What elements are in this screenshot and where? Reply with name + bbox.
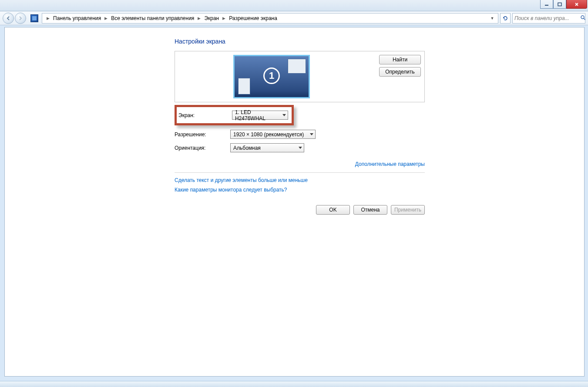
breadcrumb-item[interactable]: Разрешение экрана <box>228 15 278 21</box>
breadcrumb-dropdown-icon[interactable]: ▼ <box>488 16 496 20</box>
nav-arrows <box>3 13 26 24</box>
close-button[interactable] <box>566 0 587 9</box>
breadcrumb-item[interactable]: Экран <box>203 15 220 21</box>
cancel-button[interactable]: Отмена <box>353 205 387 215</box>
highlight-screen-field: Экран: 1. LED H2476WHAL <box>175 105 294 125</box>
orientation-dropdown[interactable]: Альбомная <box>230 143 304 152</box>
refresh-button[interactable] <box>500 13 511 24</box>
svg-rect-1 <box>558 3 561 6</box>
orientation-row: Ориентация: Альбомная <box>175 143 427 152</box>
window-controls <box>540 0 587 9</box>
screen-dropdown[interactable]: 1. LED H2476WHAL <box>232 111 288 120</box>
control-panel-icon <box>30 14 38 22</box>
forward-button[interactable] <box>15 13 26 24</box>
chevron-down-icon <box>310 133 313 135</box>
screen-label: Экран: <box>178 112 232 118</box>
page-title: Настройки экрана <box>175 38 427 45</box>
monitor-help-link[interactable]: Какие параметры монитора следует выбрать… <box>175 187 427 193</box>
chevron-right-icon: ▶ <box>44 16 52 20</box>
monitor-number: 1 <box>263 67 280 84</box>
mini-window-icon <box>238 78 250 94</box>
content-frame: Настройки экрана 1 Найти Определить Экра… <box>4 27 585 377</box>
mini-window-icon <box>288 59 306 74</box>
content-inner: Настройки экрана 1 Найти Определить Экра… <box>175 27 427 215</box>
resolution-label: Разрешение: <box>175 131 230 138</box>
chevron-right-icon: ▶ <box>195 16 203 20</box>
orientation-value: Альбомная <box>233 145 261 151</box>
resolution-value: 1920 × 1080 (рекомендуется) <box>233 131 304 138</box>
identify-button[interactable]: Определить <box>379 67 421 77</box>
resolution-dropdown[interactable]: 1920 × 1080 (рекомендуется) <box>230 130 316 139</box>
search-box[interactable] <box>512 13 585 24</box>
search-icon[interactable] <box>580 15 586 22</box>
chevron-right-icon: ▶ <box>220 16 228 20</box>
chevron-right-icon: ▶ <box>102 16 110 20</box>
apply-button[interactable]: Применить <box>391 205 425 215</box>
search-input[interactable] <box>514 15 580 21</box>
breadcrumb[interactable]: ▶ Панель управления ▶ Все элементы панел… <box>42 13 498 24</box>
advanced-settings-link[interactable]: Дополнительные параметры <box>355 161 425 167</box>
orientation-label: Ориентация: <box>175 145 230 151</box>
advanced-link-row: Дополнительные параметры <box>175 161 425 167</box>
resolution-row: Разрешение: 1920 × 1080 (рекомендуется) <box>175 130 427 139</box>
text-size-link[interactable]: Сделать текст и другие элементы больше и… <box>175 177 427 183</box>
monitor-preview-panel: 1 Найти Определить <box>175 51 425 102</box>
chevron-down-icon <box>299 147 302 149</box>
help-links: Сделать текст и другие элементы больше и… <box>175 177 427 193</box>
panel-buttons: Найти Определить <box>379 55 421 77</box>
divider <box>175 172 425 173</box>
monitor-visual[interactable]: 1 <box>233 55 310 98</box>
window-titlebar <box>0 0 588 11</box>
svg-point-4 <box>581 16 584 19</box>
back-button[interactable] <box>3 13 14 24</box>
screen-value: 1. LED H2476WHAL <box>235 109 282 121</box>
svg-line-5 <box>584 18 585 20</box>
breadcrumb-item[interactable]: Панель управления <box>52 15 102 21</box>
ok-button[interactable]: OK <box>316 205 350 215</box>
taskbar <box>0 381 588 387</box>
find-button[interactable]: Найти <box>379 55 421 64</box>
nav-bar: ▶ Панель управления ▶ Все элементы панел… <box>0 11 588 25</box>
chevron-down-icon <box>282 114 286 116</box>
action-buttons: OK Отмена Применить <box>175 205 425 215</box>
breadcrumb-item[interactable]: Все элементы панели управления <box>110 15 195 21</box>
maximize-button[interactable] <box>553 0 566 9</box>
minimize-button[interactable] <box>540 0 553 9</box>
